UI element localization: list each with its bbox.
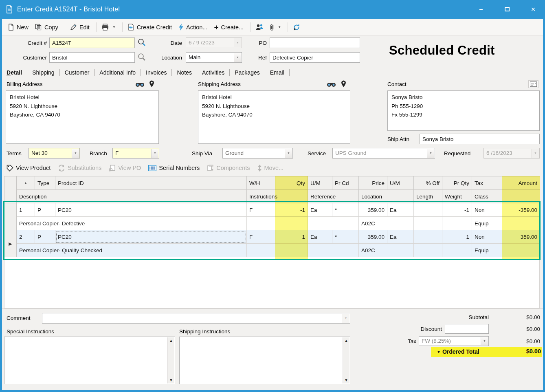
tab-detail[interactable]: Detail — [6, 69, 27, 76]
col-header-description[interactable]: Description — [17, 190, 247, 203]
close-button[interactable]: × — [529, 5, 538, 14]
tab-invoices[interactable]: Invoices — [141, 69, 172, 76]
cell-pr-qty[interactable]: 1 — [442, 230, 472, 244]
cell-wh[interactable]: F — [247, 230, 275, 244]
cell-pr-qty[interactable]: -1 — [442, 203, 472, 217]
service-dropdown-icon[interactable]: ▼ — [427, 149, 434, 158]
cell-length[interactable] — [414, 217, 442, 230]
print-button[interactable]: ▼ — [101, 24, 116, 31]
branch-combo[interactable]: F ▼ — [112, 148, 159, 159]
contact-card-icon[interactable] — [528, 80, 538, 88]
tab-email[interactable]: Email — [265, 69, 290, 76]
comment-input[interactable]: ▼ — [42, 313, 350, 324]
scroll-up-icon[interactable]: ▲ — [169, 339, 173, 343]
contacts-button[interactable] — [255, 24, 263, 31]
create-credit-button[interactable]: Create Credit — [127, 24, 172, 31]
terms-dropdown-icon[interactable]: ▼ — [72, 149, 79, 158]
cell-type[interactable]: P — [35, 230, 55, 244]
shipping-map-pin-icon[interactable] — [341, 80, 346, 88]
cell-qty[interactable]: 1 — [275, 230, 308, 244]
col-header-tax[interactable]: Tax — [472, 176, 502, 190]
cell-wh[interactable]: F — [247, 203, 275, 217]
location-dropdown-icon[interactable]: ▼ — [234, 53, 241, 62]
cell-amount[interactable]: -359.00 — [502, 203, 540, 217]
line-item-row-2[interactable]: ▶ 2 P PC20 F 1 Ea * 359.00 Ea 1 Non 359.… — [4, 230, 540, 244]
col-header-instructions[interactable]: Instructions — [247, 190, 308, 203]
col-header-pr-qty[interactable]: Pr Qty — [442, 176, 472, 190]
cell-class[interactable]: Equip — [472, 244, 502, 257]
line-item-row-1-description[interactable]: Personal Copier- Defective A02C Equip — [4, 217, 540, 230]
print-dropdown-icon[interactable]: ▼ — [112, 25, 116, 29]
line-item-row-2-description[interactable]: Personal Copier- Quality Checked A02C Eq… — [4, 244, 540, 257]
cell-line-number[interactable]: 2 — [17, 230, 35, 244]
customer-input[interactable] — [49, 52, 135, 63]
scroll-up-icon[interactable]: ▲ — [345, 339, 348, 343]
service-combo[interactable]: UPS Ground ▼ — [332, 148, 435, 159]
cell-qty[interactable]: -1 — [275, 203, 308, 217]
cell-description[interactable]: Personal Copier- Defective — [17, 217, 247, 230]
col-header-pct-off[interactable]: % Off — [414, 176, 442, 190]
cell-pct-off[interactable] — [414, 203, 442, 217]
attachment-dropdown-icon[interactable]: ▼ — [278, 25, 281, 29]
tab-activities[interactable]: Activities — [197, 69, 230, 76]
cell-price[interactable]: 359.00 — [359, 230, 387, 244]
scroll-down-icon[interactable]: ▼ — [345, 378, 348, 382]
col-header-product-id[interactable]: Product ID — [55, 176, 247, 190]
cell-um[interactable]: Ea — [308, 203, 332, 217]
cell-tax[interactable]: Non — [472, 203, 502, 217]
special-instructions-box[interactable]: ▲ ▼ — [4, 337, 175, 384]
cell-um2[interactable]: Ea — [387, 203, 414, 217]
contact-box[interactable]: Sonya Bristo Ph 555-1290 Fx 555-1299 — [387, 90, 540, 131]
ordered-total-collapse-icon[interactable]: ▼ — [437, 350, 441, 354]
scroll-down-icon[interactable]: ▼ — [169, 378, 173, 382]
cell-location[interactable]: A02C — [359, 244, 414, 257]
discount-input[interactable] — [445, 324, 489, 334]
tab-packages[interactable]: Packages — [230, 69, 265, 76]
col-header-wh[interactable]: W/H — [247, 176, 275, 190]
tab-additional-info[interactable]: Additional Info — [94, 69, 141, 76]
cell-tax[interactable]: Non — [472, 230, 502, 244]
shipping-binoculars-icon[interactable] — [327, 81, 336, 87]
cell-product-id-focused[interactable]: PC20 — [55, 230, 247, 244]
shipping-instructions-scrollbar[interactable]: ▲ ▼ — [343, 337, 349, 383]
cell-product-id[interactable]: PC20 — [55, 203, 247, 217]
cell-instructions[interactable] — [247, 217, 308, 230]
cell-weight[interactable] — [442, 244, 472, 257]
credit-number-input[interactable] — [49, 37, 135, 48]
tab-shipping[interactable]: Shipping — [27, 69, 60, 76]
po-input[interactable] — [270, 37, 360, 48]
col-header-price[interactable]: Price — [359, 176, 387, 190]
new-button[interactable]: New — [8, 24, 29, 31]
cell-line-number[interactable]: 1 — [17, 203, 35, 217]
cell-instructions[interactable] — [247, 244, 308, 257]
billing-map-pin-icon[interactable] — [149, 80, 154, 88]
location-combo[interactable]: Main ▼ — [186, 52, 242, 63]
ship-attn-input[interactable] — [420, 134, 540, 144]
tax-combo[interactable]: FW (8.25%) ▼ — [419, 336, 489, 346]
cell-pr-cd[interactable]: * — [332, 230, 359, 244]
grid-empty-area[interactable] — [4, 257, 540, 308]
customer-search-icon[interactable] — [138, 53, 146, 61]
tab-customer[interactable]: Customer — [60, 69, 95, 76]
cell-description[interactable]: Personal Copier- Quality Checked — [17, 244, 247, 257]
create-button[interactable]: + Create... — [214, 24, 244, 31]
cell-weight[interactable] — [442, 217, 472, 230]
action-button[interactable]: Action... — [178, 24, 207, 31]
row-selector-cell[interactable] — [4, 203, 17, 230]
cell-class[interactable]: Equip — [472, 217, 502, 230]
cell-pct-off[interactable] — [414, 230, 442, 244]
cell-um2[interactable]: Ea — [387, 230, 414, 244]
sort-header[interactable]: ▲ — [17, 176, 35, 190]
comment-dropdown-icon[interactable]: ▼ — [342, 314, 349, 323]
billing-address-box[interactable]: Bristol Hotel 5920 N. Lighthouse Bayshor… — [6, 90, 159, 144]
current-row-indicator-cell[interactable]: ▶ — [4, 230, 17, 257]
cell-length[interactable] — [414, 244, 442, 257]
col-header-location[interactable]: Location — [359, 190, 414, 203]
cell-amount[interactable]: 359.00 — [502, 230, 540, 244]
serial-numbers-button[interactable]: Serial Numbers — [148, 165, 200, 171]
col-header-um[interactable]: U/M — [308, 176, 332, 190]
col-header-qty[interactable]: Qty — [275, 176, 308, 190]
cell-reference[interactable] — [308, 217, 359, 230]
cell-location[interactable]: A02C — [359, 217, 414, 230]
tab-notes[interactable]: Notes — [172, 69, 197, 76]
